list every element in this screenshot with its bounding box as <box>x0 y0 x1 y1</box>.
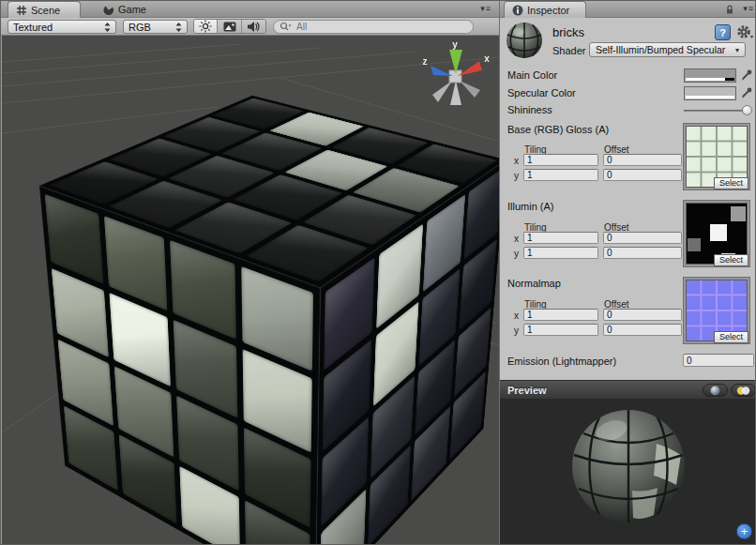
section-title: Normalmap <box>507 278 561 289</box>
help-glyph: ? <box>719 27 726 38</box>
preview-area[interactable]: + <box>500 399 756 545</box>
grid-icon <box>16 5 27 16</box>
preview-sphere-button[interactable] <box>703 384 728 397</box>
scene-search-input[interactable] <box>295 21 445 33</box>
main-color-swatch[interactable] <box>684 68 736 83</box>
updown-arrows-icon <box>175 22 182 33</box>
specular-color-alpha-bar <box>686 96 734 98</box>
eyedropper-icon[interactable] <box>740 68 753 82</box>
scene-orientation-gizmo[interactable]: y x z <box>420 39 491 111</box>
info-icon <box>512 5 523 16</box>
main-color-label: Main Color <box>507 69 557 81</box>
lock-icon[interactable] <box>724 4 735 15</box>
shininess-slider-handle[interactable] <box>742 105 752 115</box>
shader-value: Self-Illumin/Bumped Specular <box>596 44 725 55</box>
unity-editor-window: Scene Game ▾≡ Textured RGB <box>0 0 756 545</box>
shininess-slider-track[interactable] <box>684 110 746 112</box>
search-icon <box>280 22 292 32</box>
offset-y-input[interactable] <box>603 169 682 181</box>
emission-input[interactable] <box>683 354 754 367</box>
gear-menu-icon[interactable] <box>736 24 754 40</box>
tab-inspector-label: Inspector <box>527 5 569 16</box>
scene-toolbar: Textured RGB <box>1 18 499 36</box>
gizmo-x-cone <box>458 61 482 76</box>
inspector-tabbar: Inspector ▾≡ <box>500 1 756 18</box>
offset-x-input[interactable] <box>603 309 682 321</box>
audio-toggle-button[interactable] <box>242 20 265 33</box>
tiling-y-input[interactable] <box>523 247 598 259</box>
section-title: Base (RGB) Gloss (A) <box>507 124 609 135</box>
specular-color-label: Specular Color <box>507 87 576 98</box>
material-preview-sphere <box>563 401 694 532</box>
y-row-label: y <box>514 249 519 259</box>
material-preview-thumbnail <box>505 21 544 60</box>
render-mode-value: RGB <box>129 22 151 33</box>
image-icon <box>223 22 236 32</box>
offset-y-input[interactable] <box>603 247 682 259</box>
plus-icon: + <box>741 524 748 538</box>
section-title: Illumin (A) <box>507 201 554 212</box>
select-texture-button[interactable]: Select <box>714 177 748 189</box>
tab-scene-label: Scene <box>31 5 60 16</box>
main-color-alpha-bar <box>686 78 734 81</box>
gizmo-y-label: y <box>452 39 458 50</box>
game-view-icon <box>102 4 114 16</box>
scene-panel-menu-icon[interactable]: ▾≡ <box>480 4 491 13</box>
inspector-panel-menu-icon[interactable]: ▾≡ <box>743 4 754 13</box>
scene-panel: Scene Game ▾≡ Textured RGB <box>1 1 499 545</box>
scene-viewport[interactable]: y x z <box>1 36 499 545</box>
render-mode-dropdown[interactable]: RGB <box>123 20 188 34</box>
draw-mode-value: Textured <box>13 22 53 33</box>
scene-toggle-group <box>193 19 266 34</box>
select-texture-button[interactable]: Select <box>714 331 748 343</box>
inspector-panel: Inspector ▾≡ b <box>499 1 756 545</box>
two-lights-icon <box>736 386 750 396</box>
tiling-y-input[interactable] <box>523 169 598 181</box>
preview-lighting-button[interactable] <box>731 384 756 397</box>
updown-arrows-icon <box>104 22 111 33</box>
tab-scene[interactable]: Scene <box>8 1 81 18</box>
tiling-x-input[interactable] <box>523 309 598 321</box>
x-row-label: x <box>514 156 519 166</box>
tiling-y-input[interactable] <box>523 324 598 336</box>
add-preview-button[interactable]: + <box>736 523 752 539</box>
gizmo-z-label: z <box>423 56 428 67</box>
skybox-toggle-button[interactable] <box>218 20 241 33</box>
specular-color-swatch[interactable] <box>684 86 736 100</box>
tab-inspector[interactable]: Inspector <box>504 1 586 18</box>
lighting-toggle-button[interactable] <box>194 20 218 33</box>
offset-x-input[interactable] <box>603 154 682 166</box>
select-texture-button[interactable]: Select <box>714 254 748 266</box>
preview-header[interactable]: Preview <box>500 380 756 399</box>
shininess-label: Shininess <box>507 104 552 115</box>
scene-tabbar: Scene Game ▾≡ <box>1 1 499 18</box>
draw-mode-dropdown[interactable]: Textured <box>8 20 116 34</box>
x-row-label: x <box>514 234 519 244</box>
offset-y-input[interactable] <box>603 324 682 336</box>
shader-label: Shader <box>552 45 585 56</box>
eyedropper-icon[interactable] <box>740 85 753 99</box>
shader-dropdown[interactable]: Self-Illumin/Bumped Specular ▾ <box>589 42 746 57</box>
material-name: bricks <box>552 25 584 39</box>
gizmo-x-label: x <box>484 53 490 64</box>
sphere-icon <box>710 386 720 396</box>
tab-game[interactable]: Game <box>95 1 155 18</box>
speaker-icon <box>247 21 260 33</box>
help-icon[interactable]: ? <box>715 24 731 40</box>
y-row-label: y <box>514 171 519 181</box>
tiling-x-input[interactable] <box>523 232 598 244</box>
chevron-down-icon: ▾ <box>735 46 739 54</box>
sun-icon <box>199 20 212 33</box>
tiling-x-input[interactable] <box>523 154 598 166</box>
y-row-label: y <box>514 325 519 336</box>
preview-title: Preview <box>507 385 547 396</box>
x-row-label: x <box>514 310 519 321</box>
emission-label: Emission (Lightmapper) <box>507 356 616 367</box>
tab-game-label: Game <box>118 4 146 15</box>
offset-x-input[interactable] <box>603 232 682 244</box>
scene-search-box[interactable] <box>273 20 474 34</box>
